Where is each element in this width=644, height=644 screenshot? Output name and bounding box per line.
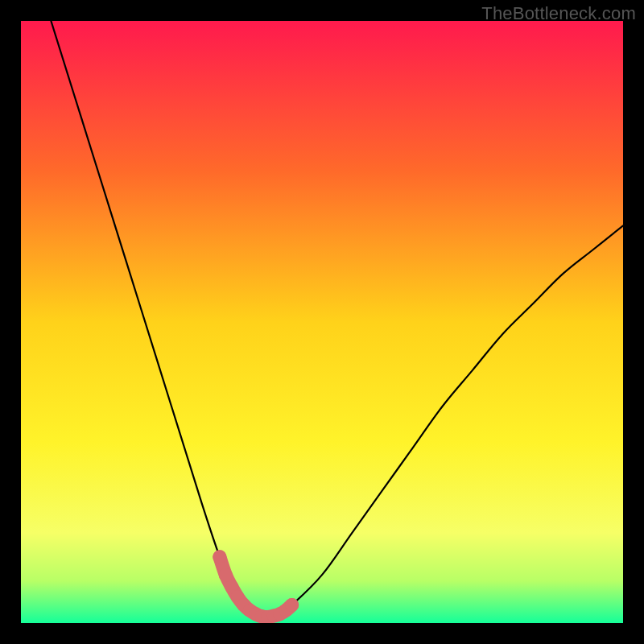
chart-frame: TheBottleneck.com — [0, 0, 644, 644]
sweet-spot-marker — [285, 598, 299, 612]
gradient-background — [21, 21, 623, 623]
sweet-spot-marker — [213, 550, 226, 564]
chart-plot-area — [21, 21, 623, 623]
sweet-spot-marker — [219, 568, 233, 582]
chart-svg — [21, 21, 623, 623]
